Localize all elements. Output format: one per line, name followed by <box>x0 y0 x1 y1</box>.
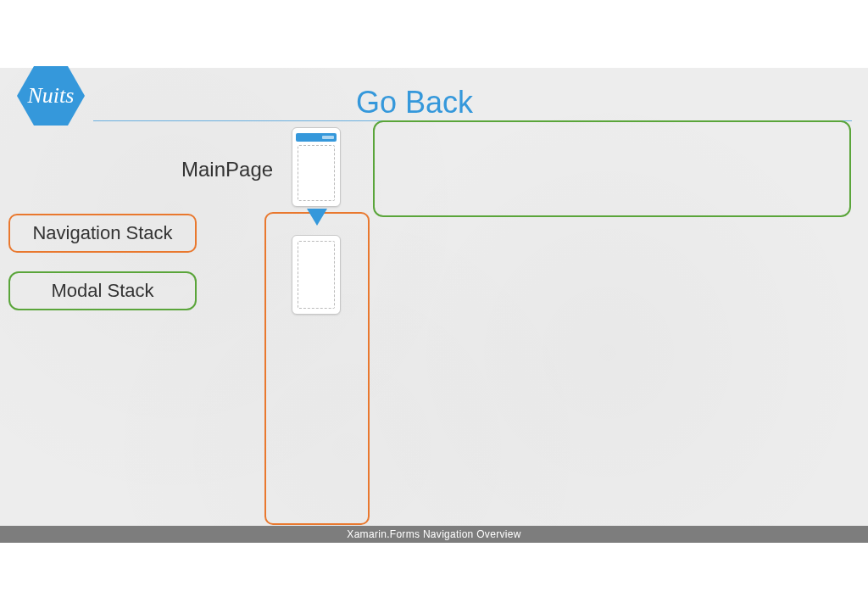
arrow-down-icon <box>307 209 327 226</box>
navigation-stack-legend: Navigation Stack <box>8 214 197 253</box>
modal-stack-area <box>373 120 851 217</box>
logo-text: Nuits <box>28 83 75 109</box>
phone-screen-icon <box>298 241 335 309</box>
logo-hexagon: Nuits <box>17 66 85 126</box>
main-page-label: MainPage <box>181 158 273 181</box>
modal-stack-legend-text: Modal Stack <box>51 280 153 302</box>
modal-stack-legend: Modal Stack <box>8 271 197 310</box>
phone-navbar-icon <box>296 133 337 142</box>
phone-screen-icon <box>298 145 335 201</box>
footer-text: Xamarin.Forms Navigation Overview <box>347 528 520 540</box>
footer-bar: Xamarin.Forms Navigation Overview <box>0 526 868 543</box>
slide-canvas: Nuits Go Back MainPage Navigation Stack … <box>0 68 868 543</box>
phone-mainpage-icon <box>292 127 341 207</box>
navigation-stack-legend-text: Navigation Stack <box>32 222 172 244</box>
phone-pushed-page-icon <box>292 235 341 315</box>
slide-title: Go Back <box>356 85 473 120</box>
